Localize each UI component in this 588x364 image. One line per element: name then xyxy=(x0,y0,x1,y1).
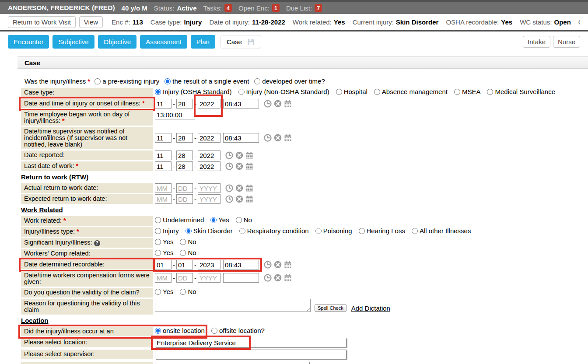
tasks-badge[interactable]: 4 xyxy=(224,4,232,12)
reported-year-input[interactable] xyxy=(198,150,220,160)
tab-plan[interactable]: Plan xyxy=(191,35,215,49)
clock-icon[interactable] xyxy=(264,134,272,142)
radio-type-poisoning[interactable]: Poisoning xyxy=(315,227,352,234)
last-work-day-input[interactable] xyxy=(176,161,193,171)
return-to-work-visit-button[interactable]: Return to Work Visit xyxy=(8,16,76,28)
clear-icon[interactable] xyxy=(235,184,243,192)
radio-type-all-other[interactable]: All other Illnesses xyxy=(412,227,471,234)
recordable-day-input[interactable] xyxy=(176,260,193,270)
reported-day-input[interactable] xyxy=(176,150,193,160)
radio-offsite-location[interactable]: offsite location? xyxy=(211,327,265,334)
radio-type-skin-disorder[interactable]: Skin Disorder xyxy=(186,227,233,234)
radio-medical-surveillance[interactable]: Medical Surveillance xyxy=(487,88,555,95)
radio-validity-no[interactable]: No xyxy=(180,288,196,295)
clear-icon[interactable] xyxy=(235,195,243,203)
actual-rtw-day-input[interactable] xyxy=(176,183,193,193)
location-input[interactable] xyxy=(155,338,346,347)
radio-pre-existing[interactable]: a pre-existing injury xyxy=(94,77,159,85)
calendar-icon[interactable] xyxy=(245,162,253,170)
radio-type-hearing-loss[interactable]: Hearing Loss xyxy=(359,227,405,234)
recordable-year-input[interactable] xyxy=(198,260,220,270)
clock-icon[interactable] xyxy=(225,184,233,192)
clear-icon[interactable] xyxy=(274,274,282,282)
clock-icon[interactable] xyxy=(225,195,233,203)
supervisor-day-input[interactable] xyxy=(176,133,193,143)
calendar-icon[interactable] xyxy=(284,261,292,269)
last-work-month-input[interactable] xyxy=(155,161,172,171)
radio-wc-yes[interactable]: Yes xyxy=(155,249,173,256)
calendar-icon[interactable] xyxy=(284,134,292,142)
calendar-icon[interactable] xyxy=(284,274,292,282)
expected-rtw-day-input[interactable] xyxy=(176,194,193,204)
nurse-button[interactable]: Nurse xyxy=(553,36,580,48)
radio-onsite-location[interactable]: onsite location xyxy=(155,327,205,334)
clock-icon[interactable] xyxy=(225,162,233,170)
wc-forms-day-input[interactable] xyxy=(176,273,193,283)
radio-hospital[interactable]: Hospital xyxy=(336,88,368,95)
clock-icon[interactable] xyxy=(264,274,272,282)
view-button[interactable]: View xyxy=(79,16,103,28)
clock-icon[interactable] xyxy=(225,151,233,159)
injury-time-input[interactable] xyxy=(223,99,259,108)
radio-significant-yes[interactable]: Yes xyxy=(155,238,173,245)
clear-icon[interactable] xyxy=(235,151,243,159)
calendar-icon[interactable] xyxy=(245,195,253,203)
radio-undetermined[interactable]: Undetermined xyxy=(155,216,204,224)
clock-icon[interactable] xyxy=(264,100,272,108)
actual-rtw-month-input[interactable] xyxy=(155,183,172,193)
row-last-date-of-work: Last date of work:* - - xyxy=(21,161,585,171)
tab-assessment[interactable]: Assessment xyxy=(140,35,187,49)
time-began-work-input[interactable] xyxy=(155,110,195,119)
wc-forms-month-input[interactable] xyxy=(155,273,172,283)
intake-button[interactable]: Intake xyxy=(523,36,550,48)
actual-rtw-year-input[interactable] xyxy=(198,183,220,193)
tab-objective[interactable]: Objective xyxy=(98,35,137,49)
last-work-year-input[interactable] xyxy=(198,161,220,171)
radio-significant-no[interactable]: No xyxy=(180,238,196,245)
wc-forms-year-input[interactable] xyxy=(198,273,220,283)
recordable-time-input[interactable] xyxy=(223,260,259,270)
save-icon[interactable] xyxy=(247,38,255,46)
clock-icon[interactable] xyxy=(264,261,272,269)
supervisor-time-input[interactable] xyxy=(223,133,259,143)
add-dictation-link[interactable]: Add Dictation xyxy=(351,304,390,312)
spell-check-button[interactable]: Spell Check xyxy=(315,304,346,312)
radio-injury-non-osha[interactable]: Injury (Non-OSHA Standard) xyxy=(238,88,329,95)
tab-subjective[interactable]: Subjective xyxy=(52,35,94,49)
help-icon[interactable]: ? xyxy=(94,240,100,246)
expected-rtw-year-input[interactable] xyxy=(198,194,220,204)
wc-forms-time-input[interactable] xyxy=(223,273,259,283)
due-list-badge[interactable]: 7 xyxy=(315,4,322,12)
supervisor-input[interactable] xyxy=(155,350,346,359)
supervisor-year-input[interactable] xyxy=(198,133,220,143)
reported-month-input[interactable] xyxy=(155,150,172,160)
injury-month-input[interactable] xyxy=(155,99,172,108)
validity-reason-textarea[interactable] xyxy=(155,299,311,312)
clear-icon[interactable] xyxy=(274,261,282,269)
radio-single-event[interactable]: the result of a single event xyxy=(164,77,249,85)
recordable-month-input[interactable] xyxy=(155,260,172,270)
radio-type-respiratory[interactable]: Respiratory condition xyxy=(239,227,309,234)
injury-day-input[interactable] xyxy=(176,99,193,108)
calendar-icon[interactable] xyxy=(284,100,292,108)
expected-rtw-month-input[interactable] xyxy=(155,194,172,204)
injury-year-input[interactable] xyxy=(198,99,220,108)
radio-type-injury[interactable]: Injury xyxy=(155,227,179,234)
radio-absence-management[interactable]: Absence management xyxy=(374,88,448,95)
calendar-icon[interactable] xyxy=(245,151,253,159)
radio-developed-over-time[interactable]: developed over time? xyxy=(254,77,325,85)
supervisor-month-input[interactable] xyxy=(155,133,172,143)
radio-injury-osha[interactable]: Injury (OSHA Standard) xyxy=(155,88,232,95)
clear-icon[interactable] xyxy=(235,162,243,170)
partial-bottom-input[interactable] xyxy=(155,362,310,364)
clear-icon[interactable] xyxy=(274,134,282,142)
radio-wc-no[interactable]: No xyxy=(180,249,196,256)
clear-icon[interactable] xyxy=(274,100,282,108)
open-enc-badge[interactable]: 1 xyxy=(272,4,280,12)
calendar-icon[interactable] xyxy=(245,184,253,192)
radio-work-related-no[interactable]: No xyxy=(236,216,252,224)
radio-validity-yes[interactable]: Yes xyxy=(155,288,173,295)
radio-msea[interactable]: MSEA xyxy=(454,88,481,95)
tab-encounter[interactable]: Encounter xyxy=(8,35,49,49)
radio-work-related-yes[interactable]: Yes xyxy=(210,216,229,224)
